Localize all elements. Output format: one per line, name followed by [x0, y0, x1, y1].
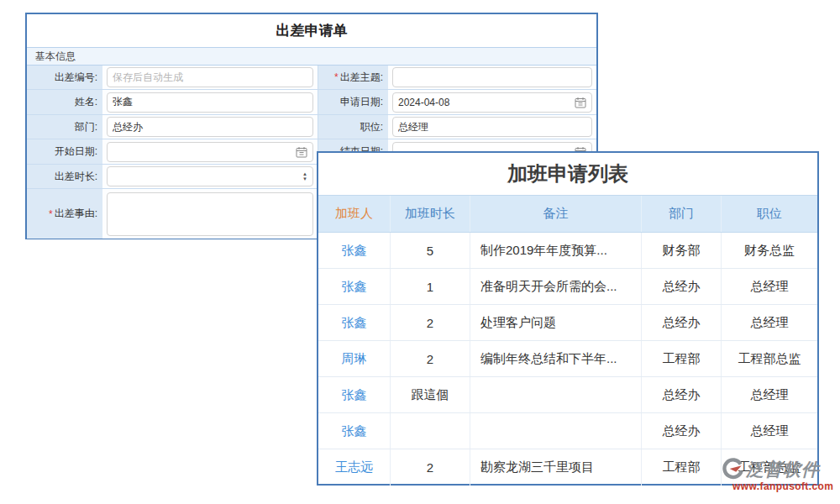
remark-cell — [470, 377, 642, 412]
column-header-position[interactable]: 职位 — [722, 196, 817, 232]
trip-no-label: 出差编号: — [27, 66, 102, 89]
table-row: 张鑫 5 制作2019年年度预算... 财务部 财务总监 — [318, 233, 817, 269]
position-label: 职位: — [318, 115, 388, 139]
table-row: 张鑫 2 处理客户问题 总经办 总经理 — [318, 305, 817, 341]
position-cell: 总经理 — [722, 305, 817, 340]
table-row: 张鑫 跟這個 总经办 总经理 — [318, 377, 817, 413]
desktop: 出差申请单 基本信息 出差编号: *出差主题: 姓名: 申请日期: — [0, 0, 840, 504]
table-row: 张鑫 1 准备明天开会所需的会... 总经办 总经理 — [318, 269, 817, 305]
remark-cell: 准备明天开会所需的会... — [470, 269, 642, 304]
person-link[interactable]: 张鑫 — [318, 269, 391, 304]
hours-cell: 2 — [391, 449, 470, 486]
reason-cell — [102, 189, 318, 239]
apply-date-label: 申请日期: — [318, 90, 388, 114]
table-row: 张鑫 总经办 总经理 — [318, 413, 817, 449]
table-row: 周琳 2 编制年终总结和下半年... 工程部 工程部总监 — [318, 341, 817, 377]
department-cell — [102, 115, 318, 139]
column-header-overtime-hours[interactable]: 加班时长 — [391, 196, 470, 232]
position-cell — [388, 115, 596, 139]
fanpu-logo-icon — [722, 458, 744, 480]
hours-cell: 跟這個 — [391, 377, 470, 412]
trip-no-cell — [102, 66, 318, 89]
hours-cell: 5 — [391, 233, 470, 268]
remark-cell: 制作2019年年度预算... — [470, 233, 642, 268]
department-cell: 工程部 — [642, 341, 722, 376]
department-input[interactable] — [113, 121, 307, 133]
position-cell: 总经理 — [722, 269, 817, 304]
apply-date-input[interactable] — [398, 97, 575, 108]
calendar-icon[interactable] — [575, 97, 586, 108]
duration-cell: ▲▼ — [102, 165, 318, 188]
department-label: 部门: — [27, 115, 102, 139]
hours-cell: 2 — [391, 305, 470, 340]
hours-cell: 1 — [391, 269, 470, 304]
department-cell: 总经办 — [642, 269, 722, 304]
trip-no-input[interactable] — [113, 71, 307, 83]
table-header-row: 加班人 加班时长 备注 部门 职位 — [318, 195, 817, 233]
start-date-label: 开始日期: — [27, 139, 102, 164]
subject-cell — [388, 66, 596, 89]
hours-cell — [391, 413, 470, 449]
person-link[interactable]: 周琳 — [318, 341, 391, 376]
start-date-input[interactable] — [113, 146, 296, 158]
remark-cell: 编制年终总结和下半年... — [470, 341, 642, 376]
trip-form-title: 出差申请单 — [27, 14, 596, 47]
watermark-brand-text: 泛普软件 — [746, 459, 820, 480]
required-asterisk: * — [334, 71, 339, 83]
position-input[interactable] — [398, 121, 586, 133]
form-row: 姓名: 申请日期: — [27, 90, 596, 115]
hours-cell: 2 — [391, 341, 470, 376]
duration-label: 出差时长: — [27, 165, 102, 188]
position-cell: 总经理 — [722, 413, 817, 449]
overtime-list-window: 加班申请列表 加班人 加班时长 备注 部门 职位 张鑫 5 制作2019年年度预… — [317, 151, 819, 486]
column-header-remark[interactable]: 备注 — [470, 196, 642, 232]
name-cell — [102, 90, 318, 114]
person-link[interactable]: 张鑫 — [318, 233, 391, 268]
remark-cell: 处理客户问题 — [470, 305, 642, 340]
remark-cell — [470, 413, 642, 449]
department-cell: 工程部 — [642, 449, 722, 486]
apply-date-cell — [388, 90, 596, 114]
person-link[interactable]: 张鑫 — [318, 377, 391, 412]
column-header-department[interactable]: 部门 — [642, 196, 722, 232]
section-header-basic-info: 基本信息 — [27, 47, 596, 66]
reason-label: *出差事由: — [27, 189, 102, 239]
subject-label: *出差主题: — [318, 66, 388, 89]
column-header-overtime-person[interactable]: 加班人 — [318, 196, 391, 232]
stepper-down-icon[interactable]: ▼ — [302, 177, 307, 181]
remark-cell: 勘察龙湖三千里项目 — [470, 449, 642, 486]
department-cell: 总经办 — [642, 377, 722, 412]
table-body: 张鑫 5 制作2019年年度预算... 财务部 财务总监 张鑫 1 准备明天开会… — [318, 233, 817, 486]
position-cell: 总经理 — [722, 377, 817, 412]
reason-textarea[interactable] — [107, 192, 313, 236]
department-cell: 财务部 — [642, 233, 722, 268]
person-link[interactable]: 王志远 — [318, 449, 391, 486]
form-row: 出差编号: *出差主题: — [27, 66, 596, 90]
name-input[interactable] — [113, 97, 307, 108]
form-row: 部门: 职位: — [27, 115, 596, 139]
subject-input[interactable] — [398, 71, 586, 83]
calendar-icon[interactable] — [296, 146, 307, 158]
vendor-watermark: 泛普软件 www.fanpusoft.com — [722, 458, 840, 492]
person-link[interactable]: 张鑫 — [318, 413, 391, 449]
position-cell: 工程部总监 — [722, 341, 817, 376]
overtime-list-title: 加班申请列表 — [318, 153, 817, 195]
position-cell: 财务总监 — [722, 233, 817, 268]
stepper-up-icon[interactable]: ▲ — [302, 172, 307, 176]
start-date-cell — [102, 139, 318, 164]
duration-input[interactable] — [113, 171, 302, 182]
number-stepper[interactable]: ▲▼ — [302, 172, 307, 181]
department-cell: 总经办 — [642, 413, 722, 449]
name-label: 姓名: — [27, 90, 102, 114]
watermark-url-text: www.fanpusoft.com — [722, 480, 840, 492]
department-cell: 总经办 — [642, 305, 722, 340]
required-asterisk: * — [49, 208, 53, 220]
person-link[interactable]: 张鑫 — [318, 305, 391, 340]
